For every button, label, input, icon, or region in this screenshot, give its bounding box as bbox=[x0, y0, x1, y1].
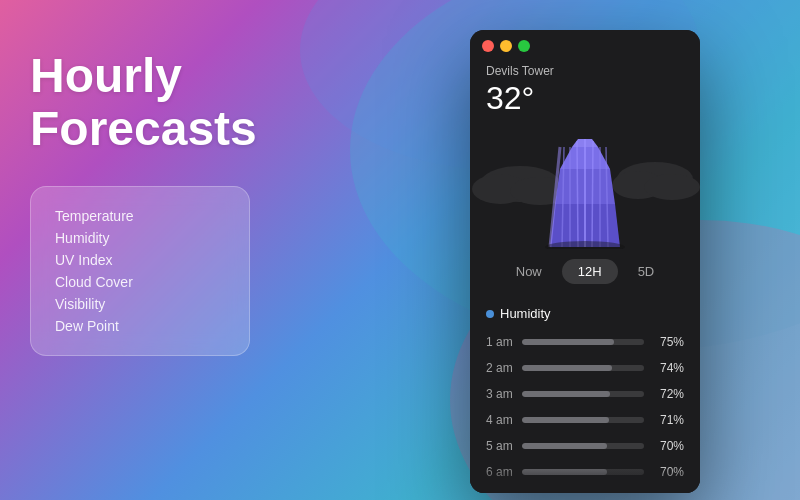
left-panel: Hourly Forecasts TemperatureHumidityUV I… bbox=[30, 50, 250, 356]
features-list: TemperatureHumidityUV IndexCloud CoverVi… bbox=[55, 205, 225, 337]
data-header-label: Humidity bbox=[500, 306, 551, 321]
table-row: 3 am 72% bbox=[470, 381, 700, 407]
table-row: 5 am 70% bbox=[470, 433, 700, 459]
humidity-icon bbox=[486, 310, 494, 318]
location-name: Devils Tower bbox=[486, 64, 684, 78]
time-label: 1 am bbox=[486, 335, 514, 349]
data-rows-container: 1 am 75% 2 am 74% 3 am 72% 4 am 71% 5 am bbox=[470, 329, 700, 485]
window-header: Devils Tower 32° bbox=[470, 58, 700, 129]
window-titlebar bbox=[470, 30, 700, 58]
svg-point-9 bbox=[644, 174, 700, 200]
pct-label: 74% bbox=[652, 361, 684, 375]
svg-line-18 bbox=[592, 141, 593, 247]
bar-container bbox=[522, 365, 644, 371]
bar-container bbox=[522, 443, 644, 449]
title-line2: Forecasts bbox=[30, 103, 250, 156]
pct-label: 72% bbox=[652, 387, 684, 401]
bar-container bbox=[522, 469, 644, 475]
bar-container bbox=[522, 391, 644, 397]
devils-tower-svg bbox=[470, 129, 700, 249]
bar-container bbox=[522, 417, 644, 423]
feature-item: Humidity bbox=[55, 227, 225, 249]
bar-fill bbox=[522, 417, 609, 423]
pct-label: 71% bbox=[652, 413, 684, 427]
table-row: 1 am 75% bbox=[470, 329, 700, 355]
time-button-5d[interactable]: 5D bbox=[622, 259, 671, 284]
bar-fill bbox=[522, 469, 607, 475]
minimize-button[interactable] bbox=[500, 40, 512, 52]
mac-window: Devils Tower 32° bbox=[470, 30, 700, 493]
hero-title: Hourly Forecasts bbox=[30, 50, 250, 156]
bar-fill bbox=[522, 339, 614, 345]
bar-fill bbox=[522, 443, 607, 449]
table-row: 6 am 70% bbox=[470, 459, 700, 485]
data-header: Humidity bbox=[470, 302, 700, 329]
title-line1: Hourly bbox=[30, 50, 250, 103]
time-label: 2 am bbox=[486, 361, 514, 375]
time-label: 4 am bbox=[486, 413, 514, 427]
feature-item: Dew Point bbox=[55, 315, 225, 337]
pct-label: 70% bbox=[652, 465, 684, 479]
feature-item: UV Index bbox=[55, 249, 225, 271]
feature-item: Temperature bbox=[55, 205, 225, 227]
data-section: Humidity 1 am 75% 2 am 74% 3 am 72% 4 am bbox=[470, 294, 700, 493]
pct-label: 70% bbox=[652, 439, 684, 453]
weather-illustration bbox=[470, 129, 700, 249]
feature-item: Visibility bbox=[55, 293, 225, 315]
time-label: 3 am bbox=[486, 387, 514, 401]
temperature-display: 32° bbox=[486, 80, 684, 117]
time-label: 6 am bbox=[486, 465, 514, 479]
time-button-now[interactable]: Now bbox=[500, 259, 558, 284]
maximize-button[interactable] bbox=[518, 40, 530, 52]
pct-label: 75% bbox=[652, 335, 684, 349]
table-row: 4 am 71% bbox=[470, 407, 700, 433]
close-button[interactable] bbox=[482, 40, 494, 52]
table-row: 2 am 74% bbox=[470, 355, 700, 381]
svg-line-16 bbox=[577, 141, 578, 247]
bar-fill bbox=[522, 391, 610, 397]
time-label: 5 am bbox=[486, 439, 514, 453]
feature-item: Cloud Cover bbox=[55, 271, 225, 293]
time-selector: Now 12H 5D bbox=[470, 249, 700, 294]
time-button-12h[interactable]: 12H bbox=[562, 259, 618, 284]
bar-container bbox=[522, 339, 644, 345]
bar-fill bbox=[522, 365, 612, 371]
features-card: TemperatureHumidityUV IndexCloud CoverVi… bbox=[30, 186, 250, 356]
